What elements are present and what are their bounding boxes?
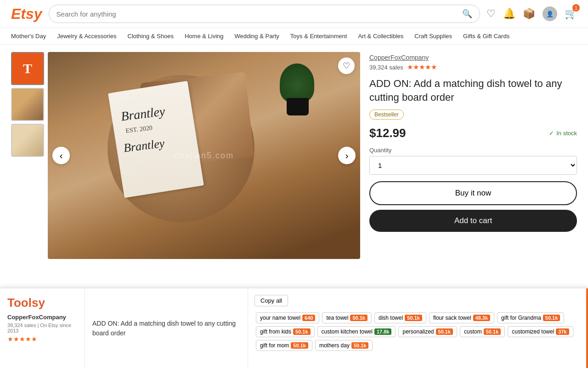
product-price: $12.99	[369, 126, 406, 140]
quantity-select[interactable]: 1 2 3 4 5	[369, 156, 577, 175]
nav-item-craft[interactable]: Craft Supplies	[414, 28, 452, 44]
in-stock-badge: ✓ In stock	[549, 130, 577, 137]
tag-count: 48.3k	[473, 315, 491, 321]
toolsy-section: Toolsy CopperFoxCompany 39,324 sales | O…	[0, 288, 85, 368]
tag-count: 37k	[556, 328, 569, 335]
cart-icon[interactable]: 🛒 1	[565, 8, 577, 20]
nav-item-gifts[interactable]: Gifts & Gift Cards	[463, 28, 509, 44]
keywords-header: Copy all	[254, 295, 580, 306]
keyword-tag[interactable]: customized towel 37k	[508, 326, 573, 337]
copy-all-button[interactable]: Copy all	[254, 295, 288, 306]
toolsy-meta: 39,324 sales | On Etsy since 2013	[7, 322, 77, 334]
notifications-icon[interactable]: 🔔	[503, 8, 515, 20]
quantity-label: Quantity	[369, 147, 577, 154]
tag-count: 50.1k	[543, 315, 560, 321]
price-row: $12.99 ✓ In stock	[369, 126, 577, 140]
keyword-tag[interactable]: tea towel 50.1k	[322, 312, 372, 323]
wishlist-button[interactable]: ♡	[338, 58, 355, 74]
toolsy-logo: Toolsy	[7, 296, 77, 310]
product-title: ADD ON: Add a matching dish towel to any…	[369, 77, 577, 104]
keyword-tag[interactable]: gift for Grandma 50.1k	[497, 312, 564, 323]
toolsy-shop-name: CopperFoxCompany	[7, 314, 77, 321]
header: Etsy 🔍 ♡ 🔔 📦 👤 🛒 1	[0, 0, 588, 28]
sales-stars: 39,324 sales ★★★★★	[369, 63, 577, 71]
search-input[interactable]	[57, 10, 462, 18]
wishlist-icon[interactable]: ♡	[486, 8, 496, 20]
nav-item-clothing[interactable]: Clothing & Shoes	[128, 28, 174, 44]
tag-count: 50.1k	[293, 328, 311, 335]
tag-count: 17.8k	[374, 328, 392, 335]
product-title-small: ADD ON: Add a matching dish towel to any…	[92, 319, 240, 338]
thumb-3[interactable]	[11, 124, 44, 157]
keyword-tag[interactable]: gift for mom 50.1k	[256, 340, 312, 351]
nav-item-wedding[interactable]: Wedding & Party	[235, 28, 279, 44]
next-button[interactable]: ›	[338, 147, 356, 164]
tag-count: 50.1k	[351, 342, 369, 349]
etsy-logo[interactable]: Etsy	[11, 6, 42, 23]
tag-count: 50.1k	[436, 328, 453, 335]
product-image: Brantley EST. 2020 Brantley	[48, 52, 360, 259]
keywords-section: Copy all your name towel 640tea towel 50…	[248, 288, 588, 368]
nav-item-jewelry[interactable]: Jewelry & Accessories	[57, 28, 116, 44]
keyword-tag[interactable]: custom 50.1k	[460, 326, 505, 337]
keyword-tag[interactable]: gift from kids 50.1k	[256, 326, 315, 337]
keyword-tag[interactable]: flour sack towel 48.3k	[429, 312, 494, 323]
nav-item-art[interactable]: Art & Collectibles	[358, 28, 403, 44]
add-to-cart-button[interactable]: Add to cart	[369, 210, 577, 232]
keyword-tag[interactable]: mothers day 50.1k	[315, 340, 373, 351]
toolsy-overlay: Toolsy CopperFoxCompany 39,324 sales | O…	[0, 288, 588, 368]
tag-count: 50.1k	[405, 315, 422, 321]
keyword-tag[interactable]: personalized 50.1k	[398, 326, 457, 337]
prev-button[interactable]: ‹	[52, 147, 70, 164]
search-bar: 🔍	[49, 5, 480, 23]
star-rating: ★★★★★	[407, 63, 437, 71]
keyword-tag[interactable]: dish towel 50.1k	[374, 312, 426, 323]
search-icon[interactable]: 🔍	[462, 9, 472, 19]
header-icons: ♡ 🔔 📦 👤 🛒 1	[486, 6, 577, 21]
tag-count: 640	[302, 315, 315, 321]
cart-badge: 1	[572, 4, 580, 12]
nav-item-home[interactable]: Home & Living	[185, 28, 224, 44]
avatar[interactable]: 👤	[543, 6, 557, 21]
thumb-2[interactable]	[11, 88, 44, 121]
shop-name[interactable]: CopperFoxCompany	[369, 54, 577, 61]
keyword-tag[interactable]: your name towel 640	[256, 312, 319, 323]
buy-now-button[interactable]: Buy it now	[369, 181, 577, 205]
nav-item-toys[interactable]: Toys & Entertainment	[290, 28, 347, 44]
check-icon: ✓	[549, 130, 554, 137]
messages-icon[interactable]: 📦	[523, 8, 535, 20]
product-title-section: ADD ON: Add a matching dish towel to any…	[85, 288, 248, 368]
keyword-tag[interactable]: custom kitchen towel 17.8k	[317, 326, 396, 337]
tag-count: 50.1k	[291, 342, 308, 349]
toolsy-stars: ★★★★★	[7, 335, 77, 343]
tag-count: 50.1k	[350, 315, 368, 321]
main-image-container: Brantley EST. 2020 Brantley chajian5.com…	[48, 52, 360, 259]
nav-item-mothers-day[interactable]: Mother's Day	[11, 28, 46, 44]
bestseller-badge[interactable]: Bestseller	[369, 109, 404, 120]
thumb-1[interactable]: T	[11, 52, 44, 85]
keywords-rows: your name towel 640tea towel 50.1kdish t…	[254, 311, 580, 352]
main-nav: Mother's Day Jewelry & Accessories Cloth…	[0, 28, 588, 45]
tag-count: 50.1k	[484, 328, 501, 335]
sales-count: 39,324 sales	[369, 64, 403, 71]
